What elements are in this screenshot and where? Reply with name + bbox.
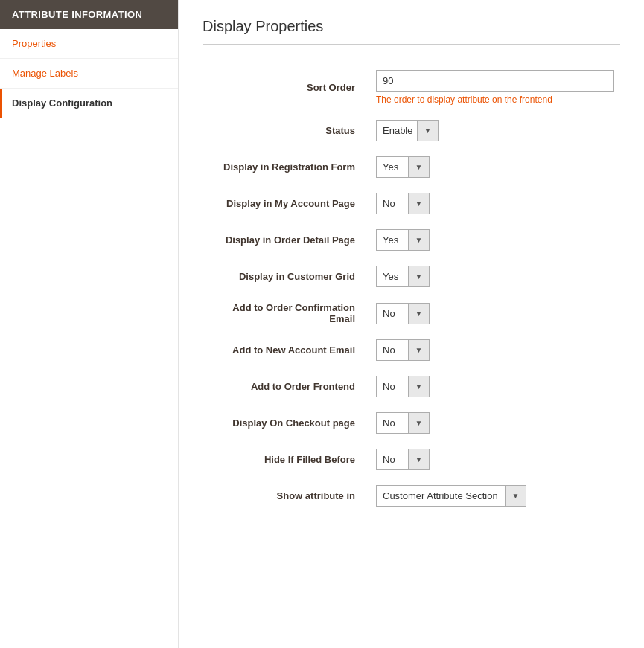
field-row-display-registration-form: Display in Registration FormYesNo▼ [203,149,620,185]
sidebar-nav: PropertiesManage LabelsDisplay Configura… [0,29,178,118]
select-wrapper-add-order-confirmation-email: YesNo▼ [376,303,430,324]
sidebar-title: ATTRIBUTE INFORMATION [0,0,178,29]
main-content: Display Properties Sort OrderThe order t… [179,0,644,648]
select-wrapper-display-order-detail: YesNo▼ [376,229,430,251]
label-status: Status [203,112,370,149]
select-wrapper-hide-if-filled-before: YesNo▼ [376,449,430,470]
label-display-customer-grid: Display in Customer Grid [203,258,370,295]
select-display-checkout-page[interactable]: YesNo [377,413,429,433]
sidebar-item-display-configuration[interactable]: Display Configuration [0,89,178,118]
field-cell-show-attribute-in: Customer Attribute SectionOther▼ [370,478,620,514]
field-row-display-customer-grid: Display in Customer GridYesNo▼ [203,258,620,295]
field-cell-add-order-confirmation-email: YesNo▼ [370,295,620,332]
field-cell-status: EnableDisable▼ [370,112,620,149]
sidebar-item-manage-labels[interactable]: Manage Labels [0,59,178,89]
label-add-order-confirmation-email: Add to Order Confirmation Email [203,295,370,332]
label-display-registration-form: Display in Registration Form [203,149,370,185]
field-cell-sort-order: The order to display attribute on the fr… [370,62,620,112]
field-row-sort-order: Sort OrderThe order to display attribute… [203,62,620,112]
sidebar-link-display-configuration[interactable]: Display Configuration [2,89,178,118]
field-cell-display-my-account: YesNo▼ [370,185,620,222]
label-add-new-account-email: Add to New Account Email [203,332,370,368]
select-add-order-confirmation-email[interactable]: YesNo [377,304,429,324]
sidebar-item-properties[interactable]: Properties [0,29,178,59]
hint-sort-order: The order to display attribute on the fr… [376,94,614,105]
field-cell-display-order-detail: YesNo▼ [370,222,620,258]
select-wrapper-display-registration-form: YesNo▼ [376,156,430,178]
sidebar: ATTRIBUTE INFORMATION PropertiesManage L… [0,0,179,648]
select-wrapper-show-attribute-in: Customer Attribute SectionOther▼ [376,485,526,507]
label-add-order-frontend: Add to Order Frontend [203,368,370,405]
section-title: Display Properties [203,18,620,45]
field-row-add-order-frontend: Add to Order FrontendYesNo▼ [203,368,620,405]
field-cell-add-new-account-email: YesNo▼ [370,332,620,368]
field-row-display-order-detail: Display in Order Detail PageYesNo▼ [203,222,620,258]
label-sort-order: Sort Order [203,62,370,112]
field-row-add-new-account-email: Add to New Account EmailYesNo▼ [203,332,620,368]
field-cell-display-customer-grid: YesNo▼ [370,258,620,295]
select-display-order-detail[interactable]: YesNo [377,230,429,250]
select-wrapper-display-customer-grid: YesNo▼ [376,266,430,287]
select-display-my-account[interactable]: YesNo [377,193,429,214]
field-row-display-checkout-page: Display On Checkout pageYesNo▼ [203,405,620,441]
field-cell-hide-if-filled-before: YesNo▼ [370,441,620,478]
label-display-checkout-page: Display On Checkout page [203,405,370,441]
label-hide-if-filled-before: Hide If Filled Before [203,441,370,478]
sidebar-link-manage-labels[interactable]: Manage Labels [0,59,178,89]
select-wrapper-status: EnableDisable▼ [376,120,439,141]
form-table: Sort OrderThe order to display attribute… [203,62,620,514]
select-hide-if-filled-before[interactable]: YesNo [377,449,429,469]
select-wrapper-display-my-account: YesNo▼ [376,193,430,214]
select-display-registration-form[interactable]: YesNo [377,157,429,177]
input-sort-order[interactable] [376,70,614,92]
field-row-hide-if-filled-before: Hide If Filled BeforeYesNo▼ [203,441,620,478]
select-add-order-frontend[interactable]: YesNo [377,376,429,397]
field-cell-display-checkout-page: YesNo▼ [370,405,620,441]
select-wrapper-display-checkout-page: YesNo▼ [376,412,430,434]
label-show-attribute-in: Show attribute in [203,478,370,514]
field-row-display-my-account: Display in My Account PageYesNo▼ [203,185,620,222]
field-cell-display-registration-form: YesNo▼ [370,149,620,185]
field-row-show-attribute-in: Show attribute inCustomer Attribute Sect… [203,478,620,514]
label-display-order-detail: Display in Order Detail Page [203,222,370,258]
select-wrapper-add-order-frontend: YesNo▼ [376,376,430,397]
select-wrapper-add-new-account-email: YesNo▼ [376,339,430,361]
select-show-attribute-in[interactable]: Customer Attribute SectionOther [377,486,526,506]
sidebar-link-properties[interactable]: Properties [0,29,178,59]
select-add-new-account-email[interactable]: YesNo [377,340,429,360]
field-row-status: StatusEnableDisable▼ [203,112,620,149]
label-display-my-account: Display in My Account Page [203,185,370,222]
field-cell-add-order-frontend: YesNo▼ [370,368,620,405]
field-row-add-order-confirmation-email: Add to Order Confirmation EmailYesNo▼ [203,295,620,332]
select-display-customer-grid[interactable]: YesNo [377,266,429,286]
select-status[interactable]: EnableDisable [377,121,438,141]
